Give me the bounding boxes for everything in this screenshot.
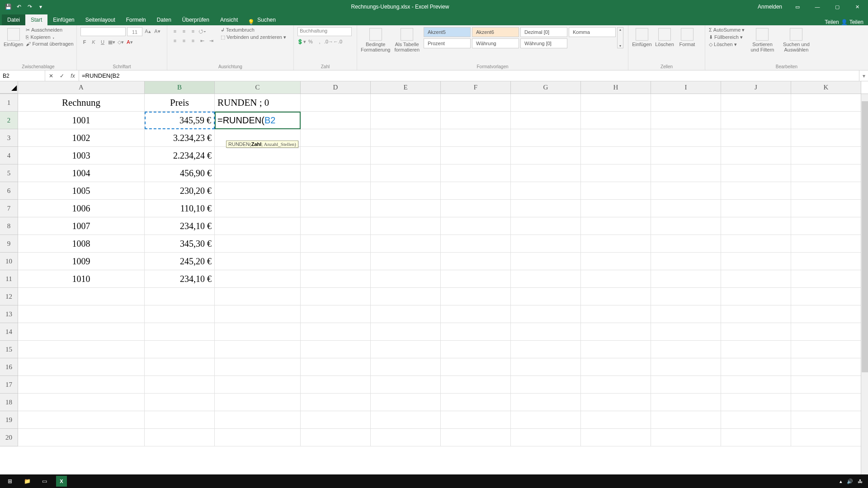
cell[interactable] bbox=[581, 112, 651, 129]
cell[interactable] bbox=[215, 305, 301, 323]
cut-button[interactable]: ✂ Ausschneiden bbox=[26, 27, 73, 33]
cell[interactable] bbox=[721, 288, 791, 305]
cell[interactable] bbox=[145, 305, 215, 323]
increase-font-icon[interactable]: A▴ bbox=[144, 27, 152, 35]
cell[interactable] bbox=[441, 235, 511, 253]
cell[interactable]: 1008 bbox=[18, 235, 145, 253]
cell[interactable] bbox=[791, 323, 861, 341]
cell[interactable] bbox=[441, 112, 511, 129]
font-size-select[interactable]: 11 bbox=[127, 27, 142, 36]
cell[interactable] bbox=[581, 429, 651, 446]
cell[interactable] bbox=[215, 270, 301, 288]
cell[interactable] bbox=[511, 376, 581, 394]
cell[interactable] bbox=[511, 253, 581, 270]
cell[interactable]: 230,20 € bbox=[145, 182, 215, 200]
cell[interactable]: 1001 bbox=[18, 112, 145, 129]
cell[interactable] bbox=[145, 323, 215, 341]
percent-format-icon[interactable]: % bbox=[307, 38, 315, 46]
col-header-k[interactable]: K bbox=[791, 81, 861, 94]
style-decimal0[interactable]: Dezimal [0] bbox=[520, 27, 567, 37]
copy-button[interactable]: ⎘ Kopieren ▾ bbox=[26, 34, 73, 40]
cell[interactable]: 1003 bbox=[18, 147, 145, 164]
autosum-button[interactable]: Σ AutoSumme ▾ bbox=[709, 27, 745, 33]
cell[interactable] bbox=[721, 394, 791, 411]
format-table-button[interactable]: Als Tabelle formatieren bbox=[393, 27, 421, 53]
cell[interactable] bbox=[651, 253, 721, 270]
col-header-a[interactable]: A bbox=[18, 81, 145, 94]
cell[interactable] bbox=[301, 341, 371, 358]
accounting-format-icon[interactable]: 💲▾ bbox=[297, 38, 306, 46]
wrap-text-button[interactable]: ↲ Textumbruch bbox=[221, 27, 286, 33]
tab-formulas[interactable]: Formeln bbox=[121, 14, 151, 25]
cell[interactable] bbox=[721, 164, 791, 182]
cell[interactable] bbox=[581, 288, 651, 305]
ribbon-display-icon[interactable]: ▭ bbox=[788, 0, 807, 14]
cell[interactable] bbox=[511, 358, 581, 376]
cell[interactable] bbox=[581, 411, 651, 429]
cell[interactable] bbox=[215, 411, 301, 429]
cell[interactable] bbox=[581, 182, 651, 200]
increase-indent-icon[interactable]: ⇥ bbox=[207, 37, 215, 45]
cell[interactable] bbox=[301, 129, 371, 147]
cell[interactable] bbox=[651, 94, 721, 112]
row-header[interactable]: 20 bbox=[0, 429, 18, 446]
cell[interactable] bbox=[145, 288, 215, 305]
close-icon[interactable]: ✕ bbox=[848, 0, 866, 14]
cell[interactable] bbox=[511, 394, 581, 411]
underline-button[interactable]: U bbox=[99, 38, 107, 46]
row-header[interactable]: 19 bbox=[0, 411, 18, 429]
cell[interactable] bbox=[651, 323, 721, 341]
taskbar-app-icon[interactable]: ▭ bbox=[36, 475, 52, 488]
cell[interactable] bbox=[511, 182, 581, 200]
cell[interactable] bbox=[721, 411, 791, 429]
style-accent6[interactable]: Akzent6 bbox=[472, 27, 519, 37]
format-cells-button[interactable]: Format bbox=[677, 27, 697, 48]
cell[interactable] bbox=[791, 94, 861, 112]
cell[interactable] bbox=[721, 270, 791, 288]
cell[interactable] bbox=[371, 270, 441, 288]
cell[interactable] bbox=[145, 341, 215, 358]
cell[interactable] bbox=[18, 358, 145, 376]
cell[interactable] bbox=[511, 323, 581, 341]
cell[interactable] bbox=[791, 217, 861, 235]
cell[interactable] bbox=[441, 305, 511, 323]
cell[interactable] bbox=[371, 288, 441, 305]
tab-home[interactable]: Start bbox=[25, 14, 47, 25]
col-header-d[interactable]: D bbox=[301, 81, 371, 94]
cell[interactable] bbox=[371, 253, 441, 270]
row-header[interactable]: 10 bbox=[0, 253, 18, 270]
cell[interactable] bbox=[651, 182, 721, 200]
cell[interactable] bbox=[215, 253, 301, 270]
cell[interactable] bbox=[791, 147, 861, 164]
cell[interactable] bbox=[301, 270, 371, 288]
cell[interactable] bbox=[441, 253, 511, 270]
cell[interactable]: 3.234,23 € bbox=[145, 129, 215, 147]
minimize-icon[interactable]: — bbox=[808, 0, 826, 14]
start-button[interactable]: ⊞ bbox=[2, 475, 18, 488]
format-painter-button[interactable]: 🖌 Format übertragen bbox=[26, 41, 73, 47]
cell[interactable]: 1005 bbox=[18, 182, 145, 200]
cell[interactable]: 1010 bbox=[18, 270, 145, 288]
cell[interactable] bbox=[581, 394, 651, 411]
cell[interactable] bbox=[441, 164, 511, 182]
cell[interactable] bbox=[371, 358, 441, 376]
cell[interactable] bbox=[301, 235, 371, 253]
qat-customize-icon[interactable]: ▾ bbox=[37, 3, 44, 10]
cell[interactable] bbox=[581, 94, 651, 112]
cell[interactable] bbox=[301, 376, 371, 394]
row-header[interactable]: 11 bbox=[0, 270, 18, 288]
align-left-icon[interactable]: ≡ bbox=[171, 37, 179, 45]
cell[interactable] bbox=[721, 94, 791, 112]
merge-button[interactable]: ⬚ Verbinden und zentrieren ▾ bbox=[221, 34, 286, 40]
align-middle-icon[interactable]: ≡ bbox=[180, 27, 188, 35]
cell[interactable] bbox=[215, 235, 301, 253]
cell[interactable] bbox=[215, 323, 301, 341]
italic-button[interactable]: K bbox=[90, 38, 98, 46]
cell[interactable] bbox=[441, 200, 511, 217]
cell[interactable] bbox=[441, 129, 511, 147]
cell[interactable] bbox=[511, 217, 581, 235]
cancel-formula-icon[interactable]: ✕ bbox=[47, 72, 55, 80]
cell[interactable]: Rechnung bbox=[18, 94, 145, 112]
row-header[interactable]: 14 bbox=[0, 323, 18, 341]
cell[interactable] bbox=[371, 235, 441, 253]
